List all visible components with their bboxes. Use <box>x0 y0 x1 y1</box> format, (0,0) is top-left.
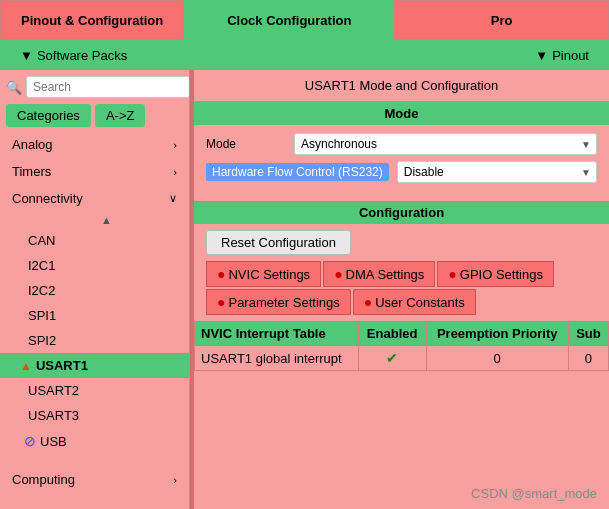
sidebar-item-analog[interactable]: Analog › <box>0 131 189 158</box>
tab-atoz[interactable]: A->Z <box>95 104 146 127</box>
mode-fields: Mode Asynchronous Synchronous Disable ▼ … <box>194 125 609 197</box>
sidebar-item-computing[interactable]: Computing › <box>0 466 189 493</box>
main-layout: 🔍 ▼ ⚙ Categories A->Z Analog › Timers › … <box>0 70 609 509</box>
expand-indicator: ▲ <box>0 212 189 228</box>
hw-flow-label: Hardware Flow Control (RS232) <box>206 163 389 181</box>
reset-config-button[interactable]: Reset Configuration <box>206 230 351 255</box>
sidebar: 🔍 ▼ ⚙ Categories A->Z Analog › Timers › … <box>0 70 190 509</box>
chevron-right-icon: › <box>173 474 177 486</box>
search-icon: 🔍 <box>6 80 22 95</box>
tab-pro[interactable]: Pro <box>394 0 609 40</box>
tab-categories[interactable]: Categories <box>6 104 91 127</box>
mode-select-wrapper: Asynchronous Synchronous Disable ▼ <box>294 133 597 155</box>
interrupt-preemption: 0 <box>426 346 568 371</box>
mode-label: Mode <box>206 137 286 151</box>
sidebar-item-spi1[interactable]: SPI1 <box>0 303 189 328</box>
sub-tab-bar: ▼ Software Packs ▼ Pinout <box>0 40 609 70</box>
sidebar-item-usart2[interactable]: USART2 <box>0 378 189 403</box>
content-area: USART1 Mode and Configuration Mode Mode … <box>194 70 609 509</box>
circle-x-icon: ⊘ <box>24 433 36 449</box>
user-constants-button[interactable]: ● User Constants <box>353 289 476 315</box>
search-input[interactable] <box>26 76 190 98</box>
interrupt-name: USART1 global interrupt <box>195 346 359 371</box>
interrupt-sub: 0 <box>568 346 608 371</box>
sidebar-item-spi2[interactable]: SPI2 <box>0 328 189 353</box>
gpio-settings-button[interactable]: ● GPIO Settings <box>437 261 554 287</box>
chevron-down-icon: ∨ <box>169 192 177 205</box>
settings-buttons-row1: ● NVIC Settings ● DMA Settings ● GPIO Se… <box>206 261 597 287</box>
sidebar-item-usart1[interactable]: ▲ USART1 <box>0 353 189 378</box>
table-row: USART1 global interrupt ✔ 0 0 <box>195 346 609 371</box>
sidebar-item-can[interactable]: CAN <box>0 228 189 253</box>
tab-pinout-config[interactable]: Pinout & Configuration <box>0 0 184 40</box>
dot-icon: ● <box>217 294 225 310</box>
col-sub: Sub <box>568 322 608 346</box>
dot-icon: ● <box>364 294 372 310</box>
nvic-settings-button[interactable]: ● NVIC Settings <box>206 261 321 287</box>
parameter-settings-button[interactable]: ● Parameter Settings <box>206 289 351 315</box>
dot-icon: ● <box>334 266 342 282</box>
sidebar-item-usart3[interactable]: USART3 <box>0 403 189 428</box>
interrupt-enabled[interactable]: ✔ <box>358 346 426 371</box>
watermark: CSDN @smart_mode <box>471 486 597 501</box>
settings-buttons-row2: ● Parameter Settings ● User Constants <box>206 289 597 315</box>
chevron-right-icon: › <box>173 139 177 151</box>
dot-icon: ● <box>217 266 225 282</box>
content-title: USART1 Mode and Configuration <box>194 70 609 102</box>
check-icon: ✔ <box>386 350 398 366</box>
sidebar-item-usb[interactable]: ⊘ USB <box>0 428 189 454</box>
hw-flow-select-wrapper: Disable Enable ▼ <box>397 161 597 183</box>
mode-section-header: Mode <box>194 102 609 125</box>
mode-select[interactable]: Asynchronous Synchronous Disable <box>294 133 597 155</box>
config-section-header: Configuration <box>194 201 609 224</box>
top-tab-bar: Pinout & Configuration Clock Configurati… <box>0 0 609 40</box>
col-name: NVIC Interrupt Table <box>195 322 359 346</box>
sidebar-item-connectivity[interactable]: Connectivity ∨ <box>0 185 189 212</box>
hw-flow-select[interactable]: Disable Enable <box>397 161 597 183</box>
sidebar-item-i2c2[interactable]: I2C2 <box>0 278 189 303</box>
search-bar: 🔍 ▼ ⚙ <box>0 70 189 102</box>
col-enabled: Enabled <box>358 322 426 346</box>
tab-clock-config[interactable]: Clock Configuration <box>184 0 394 40</box>
col-preemption: Preemption Priority <box>426 322 568 346</box>
sub-tab-pinout[interactable]: ▼ Pinout <box>515 40 609 70</box>
category-tabs: Categories A->Z <box>6 104 183 127</box>
mode-row: Mode Asynchronous Synchronous Disable ▼ <box>206 133 597 155</box>
sub-tab-software-packs[interactable]: ▼ Software Packs <box>0 40 147 70</box>
nvic-table: NVIC Interrupt Table Enabled Preemption … <box>194 321 609 371</box>
triangle-icon: ▲ <box>20 359 32 373</box>
sidebar-item-timers[interactable]: Timers › <box>0 158 189 185</box>
sidebar-item-i2c1[interactable]: I2C1 <box>0 253 189 278</box>
chevron-right-icon: › <box>173 166 177 178</box>
dma-settings-button[interactable]: ● DMA Settings <box>323 261 435 287</box>
hw-flow-row: Hardware Flow Control (RS232) Disable En… <box>206 161 597 183</box>
dot-icon: ● <box>448 266 456 282</box>
